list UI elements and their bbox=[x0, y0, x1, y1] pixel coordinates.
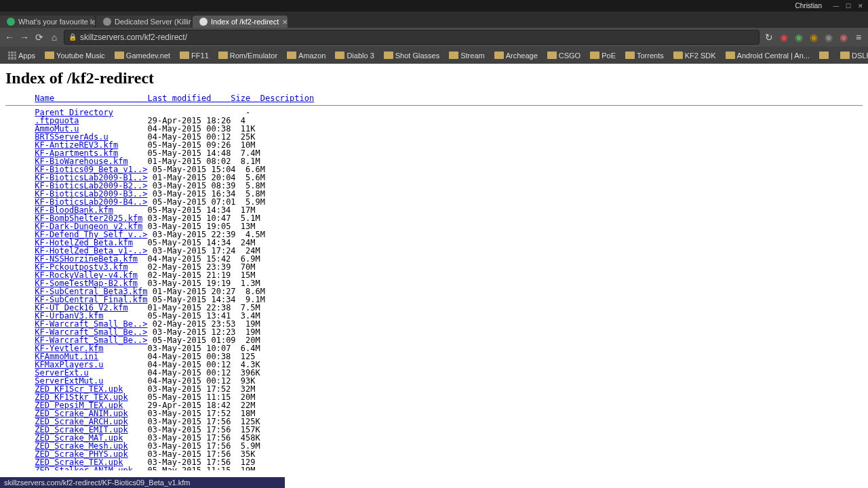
col-desc[interactable]: Description bbox=[260, 94, 314, 103]
folder-icon bbox=[384, 52, 393, 59]
address-text: skillzservers.com/kf2-redirect/ bbox=[80, 33, 755, 42]
ext4-icon[interactable]: ◉ bbox=[823, 32, 834, 43]
bookmark-label: DSLReports Home : ... bbox=[852, 52, 868, 60]
bookmark-item[interactable]: Torrents bbox=[621, 50, 668, 61]
bookmark-item[interactable]: Rom/Emulator bbox=[214, 50, 281, 61]
folder-icon bbox=[115, 52, 124, 59]
page-title: Index of /kf2-redirect bbox=[5, 69, 863, 87]
bookmark-label: Rom/Emulator bbox=[230, 52, 277, 60]
bookmark-label: Apps bbox=[18, 52, 35, 60]
col-name[interactable]: Name bbox=[35, 94, 147, 103]
bookmark-label: Amazon bbox=[298, 52, 326, 60]
folder-icon bbox=[494, 52, 504, 59]
bookmark-item[interactable]: KF2 SDK bbox=[669, 50, 720, 61]
address-bar[interactable]: 🔒 skillzservers.com/kf2-redirect/ bbox=[64, 30, 760, 45]
favicon-icon bbox=[103, 18, 111, 26]
bookmark-label: Gamedev.net bbox=[126, 52, 170, 60]
maximize-button[interactable]: ☐ bbox=[844, 2, 853, 10]
folder-icon bbox=[840, 52, 850, 59]
bookmark-label: Torrents bbox=[637, 52, 664, 60]
bookmark-label: Youtube Music bbox=[56, 52, 105, 60]
ext3-icon[interactable]: ◉ bbox=[808, 32, 819, 43]
ext5-icon[interactable]: ◉ bbox=[838, 32, 849, 43]
folder-icon bbox=[449, 52, 458, 59]
window-user: Christian bbox=[795, 2, 826, 9]
folder-icon bbox=[547, 52, 557, 59]
tab-title: Index of /kf2-redirect bbox=[211, 18, 279, 26]
folder-icon bbox=[819, 52, 829, 59]
bookmark-item[interactable]: Apps bbox=[4, 50, 39, 61]
bookmark-item[interactable]: CSGO bbox=[543, 50, 585, 61]
favicon-icon bbox=[199, 18, 208, 26]
bookmark-item[interactable]: Stream bbox=[445, 50, 488, 61]
folder-icon bbox=[45, 52, 54, 59]
folder-icon bbox=[335, 52, 344, 59]
folder-icon bbox=[180, 52, 189, 59]
bookmark-label: CSGO bbox=[559, 52, 580, 60]
bookmark-item[interactable]: Archeage bbox=[490, 50, 542, 61]
bookmark-label: Shot Glasses bbox=[395, 52, 439, 60]
ext1-icon[interactable]: ◉ bbox=[778, 32, 789, 43]
file-link[interactable]: ZED_Stalker_ANIM.upk bbox=[35, 466, 133, 470]
browser-tab[interactable]: Index of /kf2-redirect✕ bbox=[193, 16, 288, 28]
bookmarks-bar: AppsYoutube MusicGamedev.netFF11Rom/Emul… bbox=[0, 47, 868, 64]
bookmark-item[interactable]: Android Central | An... bbox=[722, 50, 814, 61]
bookmark-item[interactable]: Gamedev.net bbox=[111, 50, 174, 61]
bookmark-label: Diablo 3 bbox=[347, 52, 374, 60]
menu-button[interactable]: ≡ bbox=[853, 32, 864, 43]
bookmark-item[interactable]: DSLReports Home : ... bbox=[836, 50, 868, 61]
bookmark-item[interactable]: Diablo 3 bbox=[331, 50, 378, 61]
bookmark-item[interactable]: Youtube Music bbox=[41, 50, 109, 61]
close-window-button[interactable]: ✕ bbox=[856, 2, 865, 10]
folder-icon bbox=[673, 52, 683, 59]
bookmark-item[interactable]: PoE bbox=[586, 50, 620, 61]
close-tab-button[interactable]: ✕ bbox=[282, 18, 288, 26]
bookmark-item[interactable]: Shot Glasses bbox=[380, 50, 443, 61]
folder-icon bbox=[726, 52, 735, 59]
ext2-icon[interactable]: ◉ bbox=[793, 32, 804, 43]
minimize-button[interactable]: — bbox=[831, 2, 841, 10]
tab-title: What's your favourite lev… bbox=[18, 18, 95, 26]
favicon-icon bbox=[7, 18, 15, 26]
folder-icon bbox=[218, 52, 228, 59]
title-bar: Christian — ☐ ✕ bbox=[0, 0, 868, 12]
browser-tab[interactable]: Dedicated Server (Killing…✕ bbox=[96, 16, 191, 28]
folder-icon bbox=[590, 52, 599, 59]
bookmark-item[interactable]: Amazon bbox=[283, 50, 330, 61]
apps-icon bbox=[8, 52, 16, 60]
forward-button[interactable]: → bbox=[19, 32, 30, 43]
site-info-icon[interactable]: 🔒 bbox=[68, 33, 77, 41]
tab-title: Dedicated Server (Killing… bbox=[115, 18, 191, 26]
home-button[interactable]: ⌂ bbox=[49, 32, 60, 43]
folder-icon bbox=[625, 52, 635, 59]
bookmark-label: Android Central | An... bbox=[737, 52, 810, 60]
bookmark-label: KF2 SDK bbox=[685, 52, 716, 60]
bookmark-item[interactable]: FF11 bbox=[176, 50, 213, 61]
col-size[interactable]: Size bbox=[231, 94, 260, 103]
bookmark-label: PoE bbox=[601, 52, 616, 60]
tab-bar: What's your favourite lev…✕Dedicated Ser… bbox=[0, 12, 868, 28]
browser-tab[interactable]: What's your favourite lev…✕ bbox=[0, 16, 95, 28]
reload-button[interactable]: ⟳ bbox=[34, 32, 45, 43]
nav-bar: ← → ⟳ ⌂ 🔒 skillzservers.com/kf2-redirect… bbox=[0, 28, 868, 47]
bookmark-label: FF11 bbox=[191, 52, 209, 60]
col-modified[interactable]: Last modified bbox=[148, 94, 231, 103]
reload-alt-button[interactable]: ↻ bbox=[764, 32, 774, 43]
directory-listing: Name Last modified Size Description Pare… bbox=[5, 94, 863, 470]
folder-icon bbox=[287, 52, 296, 59]
bookmark-item[interactable] bbox=[815, 50, 835, 60]
back-button[interactable]: ← bbox=[4, 32, 15, 43]
bookmark-label: Stream bbox=[460, 52, 484, 60]
page-content: Index of /kf2-redirect Name Last modifie… bbox=[0, 64, 868, 470]
bookmark-label: Archeage bbox=[506, 52, 538, 60]
